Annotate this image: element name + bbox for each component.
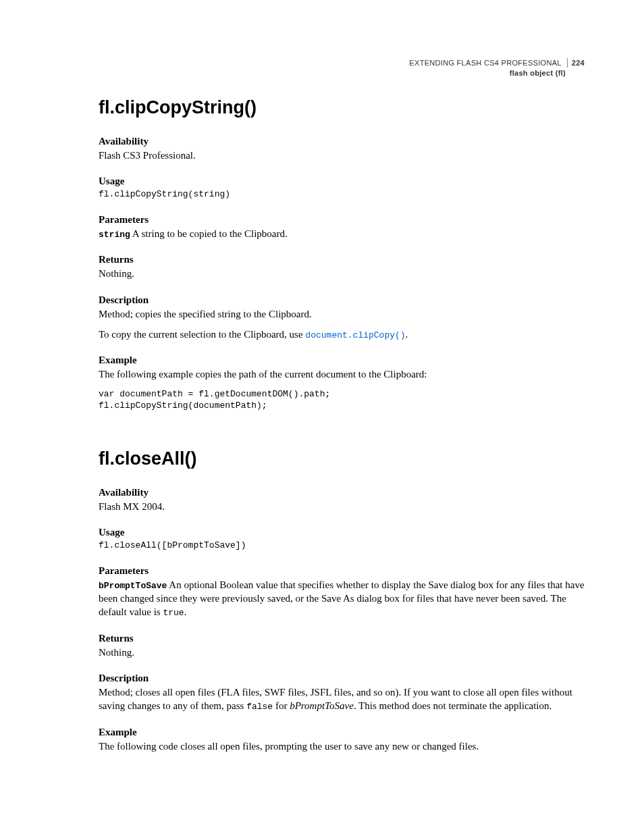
running-header: EXTENDING FLASH CS4 PROFESSIONAL 224 fla… <box>409 58 585 77</box>
desc2-post: . This method does not terminate the app… <box>354 700 552 711</box>
param-desc-post-2: . <box>184 606 187 617</box>
returns-text: Nothing. <box>99 267 585 280</box>
header-divider <box>567 58 568 68</box>
description-head: Description <box>99 294 585 306</box>
example-head: Example <box>99 355 585 366</box>
availability-text: Flash CS3 Professional. <box>99 149 585 162</box>
parameter-line-2: bPromptToSave An optional Boolean value … <box>99 578 585 619</box>
example-text: The following example copies the path of… <box>99 367 585 381</box>
method-heading-clipcopystring: fl.clipCopyString() <box>99 97 585 118</box>
description-text-3: Method; closes all open files (FLA files… <box>99 685 585 713</box>
param-desc-code-2: true <box>163 608 184 618</box>
example-head-2: Example <box>99 727 585 738</box>
returns-head: Returns <box>99 254 585 265</box>
description-text: Method; copies the specified string to t… <box>99 307 585 321</box>
example-code: var documentPath = fl.getDocumentDOM().p… <box>99 388 585 412</box>
desc2-code: false <box>246 702 273 712</box>
doc-title: EXTENDING FLASH CS4 PROFESSIONAL <box>409 59 561 67</box>
parameters-head: Parameters <box>99 214 585 226</box>
desc-pre: To copy the current selection to the Cli… <box>99 329 305 340</box>
parameter-line: string A string to be copied to the Clip… <box>99 227 585 241</box>
header-section: flash object (fl) <box>409 69 585 77</box>
usage-code: fl.clipCopyString(string) <box>99 188 585 201</box>
desc-post: . <box>406 329 408 340</box>
param-name-2: bPromptToSave <box>99 581 167 591</box>
description-head-2: Description <box>99 673 585 684</box>
usage-head: Usage <box>99 176 585 187</box>
desc2-mid: for <box>273 700 290 711</box>
usage-head-2: Usage <box>99 527 585 538</box>
example-text-2: The following code closes all open files… <box>99 739 585 753</box>
availability-text-2: Flash MX 2004. <box>99 500 585 513</box>
parameters-head-2: Parameters <box>99 565 585 577</box>
desc2-param: bPromptToSave <box>290 700 354 711</box>
method-heading-closeall: fl.closeAll() <box>99 448 585 469</box>
usage-code-2: fl.closeAll([bPromptToSave]) <box>99 540 585 552</box>
param-name: string <box>99 230 130 240</box>
clipcopy-link[interactable]: document.clipCopy() <box>305 330 405 340</box>
description-text-2: To copy the current selection to the Cli… <box>99 328 585 342</box>
param-desc: A string to be copied to the Clipboard. <box>130 228 288 239</box>
returns-text-2: Nothing. <box>99 646 585 659</box>
availability-head-2: Availability <box>99 487 585 498</box>
page-number: 224 <box>572 59 585 67</box>
returns-head-2: Returns <box>99 633 585 644</box>
availability-head: Availability <box>99 136 585 147</box>
